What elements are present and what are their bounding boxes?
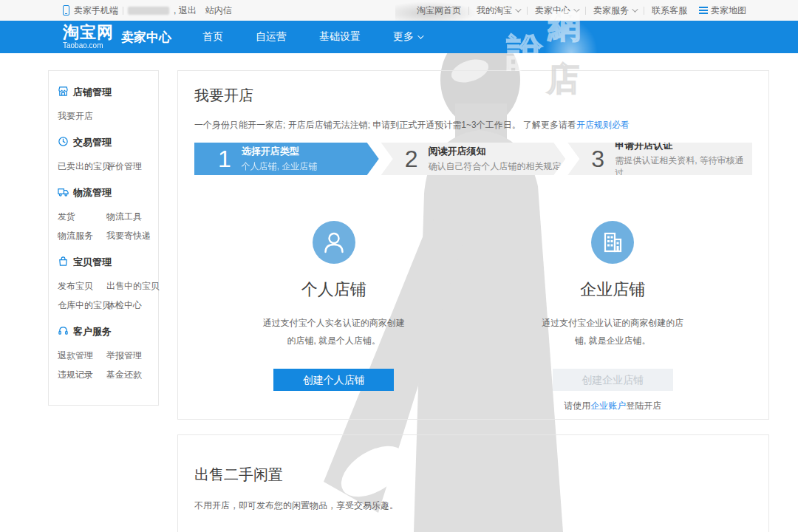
trade-cycle-icon bbox=[58, 136, 69, 149]
person-icon bbox=[313, 221, 355, 264]
taobao-home-link[interactable]: 淘宝网首页 bbox=[417, 4, 461, 17]
nav-item-more[interactable]: 更多 bbox=[393, 30, 422, 44]
open-shop-description: 一个身份只能开一家店; 开店后店铺无法注销; 申请到正式开通预计需1~3个工作日… bbox=[194, 119, 752, 132]
sidebar-item-publish-item[interactable]: 发布宝贝 bbox=[58, 276, 106, 296]
enterprise-account-note: 请使用企业账户登陆开店 bbox=[474, 400, 753, 412]
open-shop-panel: 我要开店 一个身份只能开一家店; 开店后店铺无法注销; 申请到正式开通预计需1~… bbox=[177, 70, 769, 420]
sidebar-item-fund-repayment[interactable]: 基金还款 bbox=[106, 365, 158, 384]
divider bbox=[527, 7, 528, 15]
open-shop-steps: 1 选择开店类型 个人店铺, 企业店铺 2 阅读开店须知 确认自己符合个人店铺的… bbox=[194, 143, 752, 175]
personal-shop-title: 个人店铺 bbox=[194, 279, 474, 301]
taobao-logo[interactable]: 淘宝网 Taobao.com bbox=[63, 24, 114, 50]
my-taobao-menu[interactable]: 我的淘宝 bbox=[477, 4, 519, 17]
secondhand-description: 不用开店，即可发布您的闲置物品，享受交易乐趣。 bbox=[194, 499, 752, 512]
sidebar-item-send-express[interactable]: 我要寄快递 bbox=[106, 226, 158, 245]
sidebar-section-title: 宝贝管理 bbox=[73, 256, 112, 269]
page-title: 我要开店 bbox=[194, 86, 752, 106]
step-subtitle: 确认自己符合个人店铺的相关规定 bbox=[428, 160, 561, 173]
chevron-down-icon bbox=[515, 6, 521, 12]
sidebar-item-refund-management[interactable]: 退款管理 bbox=[58, 346, 106, 365]
step-title: 选择开店类型 bbox=[242, 145, 318, 158]
truck-icon bbox=[58, 186, 69, 200]
sidebar-section-title: 店铺管理 bbox=[73, 86, 112, 99]
shop-icon bbox=[58, 86, 69, 99]
logout-link[interactable]: , 退出 bbox=[174, 4, 197, 17]
enterprise-account-link[interactable]: 企业账户 bbox=[590, 400, 626, 411]
sidebar-item-logistics-tools[interactable]: 物流工具 bbox=[106, 207, 158, 226]
seller-service-menu[interactable]: 卖家服务 bbox=[593, 4, 636, 17]
sidebar-item-ship[interactable]: 发货 bbox=[58, 207, 106, 226]
personal-shop-description: 通过支付宝个人实名认证的商家创建 的店铺, 就是个人店铺。 bbox=[194, 314, 474, 349]
step-title: 申请开店认证 bbox=[615, 139, 752, 152]
mobile-phone-icon bbox=[63, 5, 69, 16]
headset-icon bbox=[58, 325, 69, 338]
sidebar-item-report-management[interactable]: 举报管理 bbox=[106, 346, 158, 365]
nav-item-basic-settings[interactable]: 基础设置 bbox=[319, 30, 361, 44]
personal-shop-column: 个人店铺 通过支付宝个人实名认证的商家创建 的店铺, 就是个人店铺。 创建个人店… bbox=[194, 221, 474, 412]
sidebar-section-logistics-management: 物流管理 发货 物流工具 物流服务 我要寄快递 bbox=[58, 186, 158, 245]
secondhand-panel: 出售二手闲置 不用开店，即可发布您的闲置物品，享受交易乐趣。 bbox=[177, 434, 769, 532]
username-redacted bbox=[128, 7, 169, 15]
sidebar-section-shop-management: 店铺管理 我要开店 bbox=[58, 86, 158, 126]
description-text: 一个身份只能开一家店; 开店后店铺无法注销; 申请到正式开通预计需1~3个工作日… bbox=[194, 120, 576, 130]
sidebar-item-items-in-stock[interactable]: 仓库中的宝贝 bbox=[58, 296, 106, 315]
step-number: 1 bbox=[218, 147, 231, 171]
step-2-read-notice: 2 阅读开店须知 确认自己符合个人店铺的相关规定 bbox=[381, 143, 566, 175]
sidebar-item-sold-items[interactable]: 已卖出的宝贝 bbox=[58, 157, 106, 176]
divider bbox=[123, 7, 123, 15]
step-subtitle: 需提供认证相关资料, 等待审核通过 bbox=[615, 154, 752, 180]
divider bbox=[468, 7, 469, 15]
sidebar-section-customer-service: 客户服务 退款管理 举报管理 违规记录 基金还款 bbox=[58, 325, 158, 384]
logo-text-en: Taobao.com bbox=[63, 42, 114, 50]
chevron-down-icon bbox=[573, 6, 579, 12]
nav-item-self-operation[interactable]: 自运营 bbox=[256, 30, 287, 44]
contact-support-link[interactable]: 联系客服 bbox=[652, 4, 687, 17]
step-number: 2 bbox=[405, 147, 418, 171]
sidebar-section-item-management: 宝贝管理 发布宝贝 出售中的宝贝 仓库中的宝贝 体检中心 bbox=[58, 256, 158, 315]
chevron-down-icon bbox=[417, 33, 423, 38]
sidebar-item-health-center[interactable]: 体检中心 bbox=[106, 296, 158, 315]
step-title: 阅读开店须知 bbox=[428, 145, 561, 158]
step-subtitle: 个人店铺, 企业店铺 bbox=[242, 160, 318, 173]
hamburger-list-icon bbox=[699, 7, 708, 14]
step-3-apply-certification: 3 申请开店认证 需提供认证相关资料, 等待审核通过 bbox=[567, 143, 752, 175]
nav-item-home[interactable]: 首页 bbox=[202, 30, 223, 44]
navbar-watermark-blob bbox=[545, 21, 597, 53]
top-utility-bar: 卖家手机端 , 退出 站内信 淘宝网首页 我的淘宝 卖家中心 卖家服务 联系客服… bbox=[0, 0, 798, 21]
logo-text-cn: 淘宝网 bbox=[63, 24, 114, 41]
sidebar-item-items-on-sale[interactable]: 出售中的宝贝 bbox=[106, 276, 158, 296]
building-icon bbox=[591, 221, 634, 264]
enterprise-shop-title: 企业店铺 bbox=[474, 279, 753, 301]
divider bbox=[644, 7, 644, 15]
sidebar-item-violation-records[interactable]: 违规记录 bbox=[58, 365, 106, 384]
sidebar-item-review-management[interactable]: 评价管理 bbox=[106, 157, 158, 176]
sidebar-section-title: 客户服务 bbox=[73, 325, 112, 338]
sidebar-item-logistics-service[interactable]: 物流服务 bbox=[58, 226, 106, 245]
seller-center-menu[interactable]: 卖家中心 bbox=[535, 4, 578, 17]
secondhand-title: 出售二手闲置 bbox=[194, 465, 752, 485]
sidebar: 店铺管理 我要开店 交易管理 已卖出的宝贝 评价管理 bbox=[48, 70, 159, 406]
create-personal-shop-button[interactable]: 创建个人店铺 bbox=[273, 369, 394, 391]
enterprise-shop-column: 企业店铺 通过支付宝企业认证的商家创建的店 铺, 就是企业店铺。 创建企业店铺 … bbox=[474, 221, 753, 412]
seller-map-link[interactable]: 卖家地图 bbox=[699, 4, 746, 17]
enterprise-shop-description: 通过支付宝企业认证的商家创建的店 铺, 就是企业店铺。 bbox=[474, 314, 753, 349]
sidebar-section-trade-management: 交易管理 已卖出的宝贝 评价管理 bbox=[58, 136, 158, 176]
sidebar-item-open-shop[interactable]: 我要开店 bbox=[58, 106, 106, 126]
shop-rules-link[interactable]: 开店规则必看 bbox=[576, 120, 630, 130]
bag-icon bbox=[58, 256, 69, 269]
step-number: 3 bbox=[591, 147, 604, 171]
create-enterprise-shop-button[interactable]: 创建企业店铺 bbox=[553, 369, 673, 391]
main-navbar: 淘宝网 Taobao.com 卖家中心 首页 自运营 基础设置 更多 bbox=[0, 21, 798, 53]
chevron-down-icon bbox=[632, 6, 638, 12]
seller-center-title: 卖家中心 bbox=[121, 29, 171, 46]
sidebar-section-title: 物流管理 bbox=[73, 186, 112, 200]
seller-mobile-link[interactable]: 卖家手机端 bbox=[74, 4, 118, 17]
step-1-choose-shop-type: 1 选择开店类型 个人店铺, 企业店铺 bbox=[194, 143, 379, 175]
inbox-link[interactable]: 站内信 bbox=[205, 4, 232, 17]
sidebar-section-title: 交易管理 bbox=[73, 136, 112, 149]
divider bbox=[585, 7, 586, 15]
